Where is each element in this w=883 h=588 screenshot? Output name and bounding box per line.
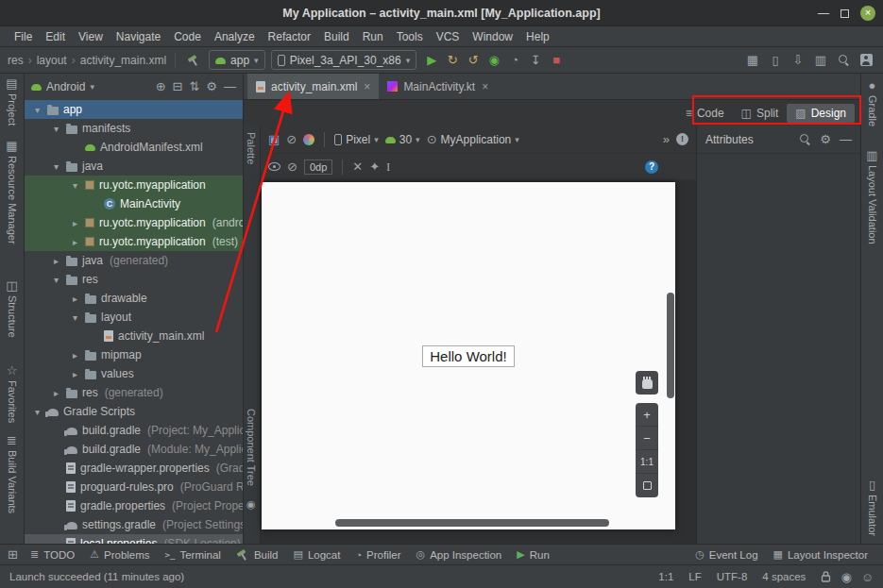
mode-button-split[interactable]: ◫Split	[733, 104, 788, 123]
tool-window-terminal[interactable]: >_Terminal	[158, 548, 229, 562]
zoom-actual-button[interactable]: 1:1	[636, 450, 658, 474]
feedback-smiley-icon[interactable]: ☺	[861, 571, 874, 583]
close-icon[interactable]: ×	[482, 80, 488, 93]
tree-item-build-gradle[interactable]: build.gradle(Project: My_Application)	[25, 421, 243, 440]
menu-help[interactable]: Help	[519, 28, 556, 45]
tool-window-profiler[interactable]: ◔Profiler	[348, 548, 408, 562]
palette-tab[interactable]: Palette	[246, 132, 257, 164]
tree-item-res[interactable]: ▸res(generated)	[25, 383, 243, 402]
sidebar-item-gradle[interactable]: ●Gradle	[861, 79, 883, 126]
orientation-icon[interactable]: ⊘	[286, 133, 297, 145]
tree-item-local-properties[interactable]: local.properties(SDK Location)	[25, 534, 243, 544]
device-for-preview-select[interactable]: Pixel ▾	[334, 133, 379, 146]
pack-icon[interactable]: I	[386, 160, 390, 173]
gear-icon[interactable]: ⚙	[206, 80, 217, 92]
menu-view[interactable]: View	[72, 28, 110, 45]
tree-item-ru-yotc-myapplication[interactable]: ▸ru.yotc.myapplication(androidTest)	[25, 213, 243, 232]
search-icon[interactable]	[799, 133, 811, 145]
component-tree-tab[interactable]: Component Tree	[246, 409, 257, 486]
vertical-scrollbar[interactable]	[667, 293, 674, 398]
infer-constraints-icon[interactable]: ✦	[369, 160, 380, 173]
tool-windows-icon[interactable]: ⊞	[8, 548, 18, 561]
menu-refactor[interactable]: Refactor	[262, 28, 317, 45]
close-icon[interactable]: ×	[860, 6, 875, 21]
locate-file-icon[interactable]: ⊕	[156, 80, 166, 92]
mode-button-code[interactable]: ≡Code	[677, 104, 733, 123]
stop-icon[interactable]: ■	[547, 51, 566, 70]
breadcrumb-layout[interactable]: layout	[37, 54, 67, 67]
device-manager-icon[interactable]: ▦	[743, 51, 762, 70]
sdk-manager-icon[interactable]: ⇩	[789, 51, 807, 70]
line-ending-indicator[interactable]: LF	[688, 571, 701, 582]
breadcrumb-res[interactable]: res	[8, 54, 24, 67]
chevron-down-icon[interactable]: ▾	[70, 312, 80, 323]
breadcrumb-activity-main-xml[interactable]: activity_main.xml	[80, 54, 166, 67]
tool-window-build[interactable]: Build	[229, 547, 286, 562]
attach-debugger-icon[interactable]: ↧	[526, 51, 545, 70]
menu-file[interactable]: File	[8, 28, 39, 45]
chevron-down-icon[interactable]: ▾	[51, 124, 61, 134]
menu-vcs[interactable]: VCS	[430, 28, 467, 45]
issue-indicator-icon[interactable]: !	[676, 133, 688, 145]
sidebar-item-emulator[interactable]: ▯Emulator	[861, 479, 883, 536]
tree-item-proguard-rules-pro[interactable]: proguard-rules.pro(ProGuard Rules for My…	[25, 478, 243, 496]
design-surface-icon[interactable]: ▣	[268, 133, 280, 145]
close-icon[interactable]: ×	[364, 80, 370, 93]
tree-item-gradle-properties[interactable]: gradle.properties(Project Properties)	[25, 496, 243, 515]
tree-item-activity-main-xml[interactable]: activity_main.xml	[25, 327, 243, 345]
chevron-down-icon[interactable]: ▾	[32, 407, 42, 417]
debug-icon[interactable]: ◉	[484, 51, 503, 70]
tree-item-mainactivity[interactable]: CMainActivity	[25, 194, 243, 213]
sort-icon[interactable]: ⇅	[189, 80, 199, 92]
sidebar-item-favorites[interactable]: ☆Favorites	[0, 364, 24, 423]
sidebar-item-layout-validation[interactable]: ▥Layout Validation	[861, 149, 883, 244]
theme-select[interactable]: ⊙ MyApplication ▾	[427, 133, 519, 146]
color-mode-icon[interactable]	[303, 134, 314, 145]
toolbar-overflow-icon[interactable]: »	[663, 133, 670, 145]
horizontal-scrollbar[interactable]	[335, 519, 609, 527]
run-configuration-select[interactable]: app ▾	[209, 50, 265, 70]
sidebar-item-resource-manager[interactable]: ▦Resource Manager	[0, 140, 24, 244]
menu-edit[interactable]: Edit	[39, 28, 72, 45]
chevron-right-icon[interactable]: ▸	[70, 237, 80, 247]
hello-world-textview[interactable]: Hello World!	[422, 345, 514, 367]
menu-tools[interactable]: Tools	[390, 28, 430, 45]
chevron-down-icon[interactable]: ▾	[70, 180, 80, 191]
tree-item-drawable[interactable]: ▸drawable	[25, 289, 243, 308]
gear-icon[interactable]: ⚙	[820, 133, 831, 145]
apply-code-changes-icon[interactable]: ↺	[464, 51, 483, 70]
sidebar-item-build-variants[interactable]: ≣Build Variants	[0, 434, 24, 513]
chevron-down-icon[interactable]: ▾	[32, 105, 42, 115]
tool-window-event-log[interactable]: ◷Event Log	[688, 547, 765, 562]
hide-panel-icon[interactable]: —	[224, 80, 236, 92]
menu-analyze[interactable]: Analyze	[208, 28, 262, 45]
device-select[interactable]: Pixel_3a_API_30_x86 ▾	[271, 50, 417, 70]
run-icon[interactable]: ▶	[422, 51, 441, 70]
tree-item-mipmap[interactable]: ▸mipmap	[25, 345, 243, 364]
encoding-indicator[interactable]: UTF-8	[717, 571, 748, 582]
tree-item-java[interactable]: ▾java	[25, 157, 243, 176]
tool-window-app-inspection[interactable]: ◎App Inspection	[409, 547, 510, 562]
menu-run[interactable]: Run	[356, 28, 390, 45]
chevron-right-icon[interactable]: ▸	[70, 350, 80, 361]
sidebar-item-structure[interactable]: ◫Structure	[0, 279, 24, 338]
apply-changes-icon[interactable]: ↻	[443, 51, 462, 70]
zoom-out-button[interactable]: −	[636, 427, 658, 450]
chevron-right-icon[interactable]: ▸	[51, 388, 61, 398]
chevron-right-icon[interactable]: ▸	[70, 218, 80, 228]
tool-window-run[interactable]: ▶Run	[509, 547, 557, 562]
menu-window[interactable]: Window	[466, 28, 519, 45]
menu-build[interactable]: Build	[317, 28, 356, 45]
tree-item-manifests[interactable]: ▾manifests	[25, 119, 243, 138]
view-options-icon[interactable]	[268, 162, 280, 171]
maximize-icon[interactable]	[841, 9, 849, 18]
tree-item-java[interactable]: ▸java(generated)	[25, 251, 243, 270]
chevron-down-icon[interactable]: ▾	[51, 161, 61, 172]
tool-window-logcat[interactable]: ▤Logcat	[285, 547, 348, 562]
tool-window-todo[interactable]: ≣TODO	[23, 547, 82, 562]
pan-button[interactable]	[636, 371, 658, 395]
avatar[interactable]	[857, 51, 875, 70]
search-icon[interactable]	[834, 51, 853, 70]
menu-navigate[interactable]: Navigate	[110, 28, 167, 45]
component-tree-expand-icon[interactable]: ◉	[246, 499, 256, 510]
